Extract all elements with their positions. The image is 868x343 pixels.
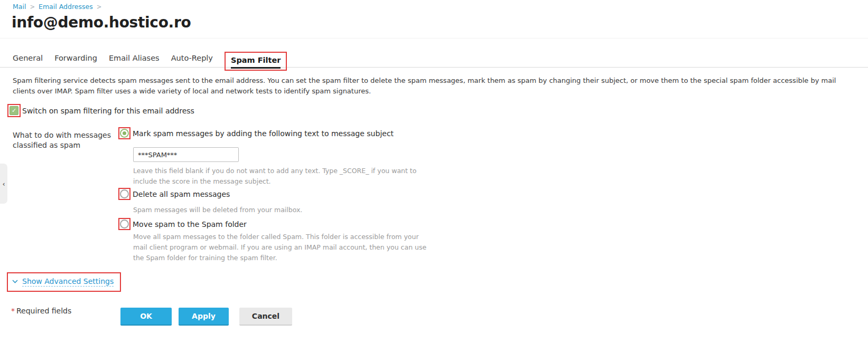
required-fields-label: Required fields <box>16 307 71 315</box>
option-mark-spam-row: Mark spam messages by adding the followi… <box>118 127 394 139</box>
spam-filtering-checkbox[interactable]: ✓ <box>10 106 18 115</box>
mark-spam-radio[interactable] <box>120 129 129 138</box>
chevron-left-icon: ‹ <box>2 180 5 187</box>
form-button-row: OK Apply Cancel <box>120 308 292 326</box>
check-icon: ✓ <box>12 108 16 113</box>
spam-subject-input[interactable] <box>133 147 239 162</box>
breadcrumb-separator-icon: > <box>30 3 35 11</box>
mark-spam-radio-label[interactable]: Mark spam messages by adding the followi… <box>133 129 394 138</box>
email-spam-filter-page: Mail > Email Addresses > info@demo.hosti… <box>0 0 868 343</box>
header-divider <box>0 38 868 39</box>
tab-auto-reply[interactable]: Auto-Reply <box>171 54 213 67</box>
annotation-box: ✓ <box>7 104 21 117</box>
tab-general[interactable]: General <box>13 54 43 67</box>
breadcrumb: Mail > Email Addresses > <box>13 3 101 11</box>
delete-spam-help-text: Spam messages will be deleted from your … <box>133 205 302 215</box>
required-asterisk: * <box>11 307 15 315</box>
option-delete-spam-row: Delete all spam messages <box>118 188 230 200</box>
spam-filter-description: Spam filtering service detects spam mess… <box>13 75 861 97</box>
required-fields-note: *Required fields <box>11 307 71 315</box>
move-spam-radio[interactable] <box>120 220 129 228</box>
page-title: info@demo.hostico.ro <box>12 14 191 31</box>
annotation-box <box>118 127 130 139</box>
spam-filtering-checkbox-label[interactable]: Switch on spam filtering for this email … <box>22 107 194 115</box>
option-move-spam-row: Move spam to the Spam folder <box>118 218 247 230</box>
tab-forwarding[interactable]: Forwarding <box>54 54 97 67</box>
move-spam-help-text: Move all spam messages to the folder cal… <box>133 232 426 263</box>
tab-bar: General Forwarding Email Aliases Auto-Re… <box>0 50 868 68</box>
cancel-button[interactable]: Cancel <box>239 308 292 326</box>
annotation-box: Spam Filter <box>225 52 287 71</box>
annotation-box <box>118 218 130 230</box>
annotation-box: Show Advanced Settings <box>7 272 121 292</box>
spam-filtering-switch-row: ✓ Switch on spam filtering for this emai… <box>7 104 194 117</box>
ok-button[interactable]: OK <box>120 308 172 326</box>
apply-button[interactable]: Apply <box>179 308 229 326</box>
sidebar-collapse-handle[interactable]: ‹ <box>0 164 7 204</box>
spam-action-group-label: What to do with messages classified as s… <box>13 130 114 150</box>
radio-dot <box>123 131 126 135</box>
breadcrumb-link-mail[interactable]: Mail <box>13 3 26 11</box>
delete-spam-radio-label[interactable]: Delete all spam messages <box>133 190 230 198</box>
move-spam-radio-label[interactable]: Move spam to the Spam folder <box>133 220 247 228</box>
tab-email-aliases[interactable]: Email Aliases <box>109 54 160 67</box>
delete-spam-radio[interactable] <box>120 189 129 198</box>
annotation-box <box>118 188 130 200</box>
mark-spam-help-text: Leave this field blank if you do not wan… <box>133 166 416 187</box>
breadcrumb-link-email-addresses[interactable]: Email Addresses <box>39 3 93 11</box>
chevron-down-icon <box>12 280 18 283</box>
show-advanced-settings-link[interactable]: Show Advanced Settings <box>22 277 114 287</box>
breadcrumb-separator-icon: > <box>97 3 102 11</box>
tab-spam-filter[interactable]: Spam Filter <box>231 56 281 69</box>
